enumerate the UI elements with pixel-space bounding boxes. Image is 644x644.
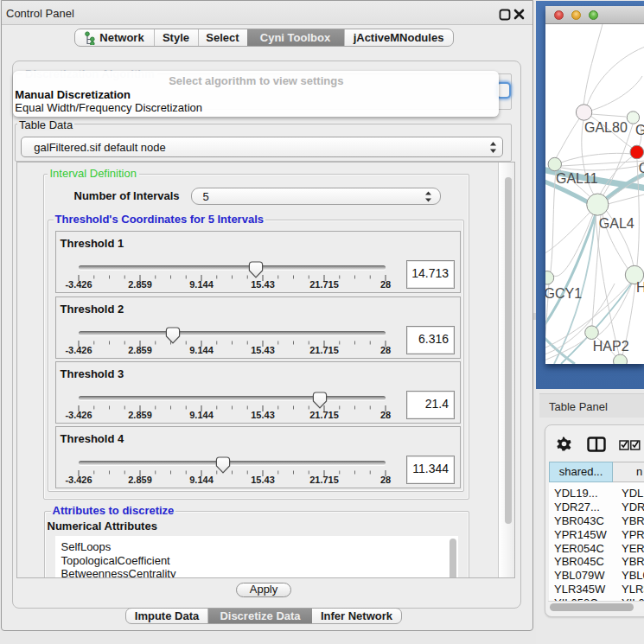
svg-text:GA: GA xyxy=(635,123,644,137)
svg-text:GAL80: GAL80 xyxy=(584,120,628,135)
svg-text:GAL11: GAL11 xyxy=(556,171,598,186)
svg-text:HAP2: HAP2 xyxy=(593,339,629,354)
svg-text:GAL4: GAL4 xyxy=(599,216,634,231)
svg-text:GCY1: GCY1 xyxy=(545,286,582,301)
svg-text:H: H xyxy=(636,280,644,295)
svg-text:C: C xyxy=(639,161,644,175)
